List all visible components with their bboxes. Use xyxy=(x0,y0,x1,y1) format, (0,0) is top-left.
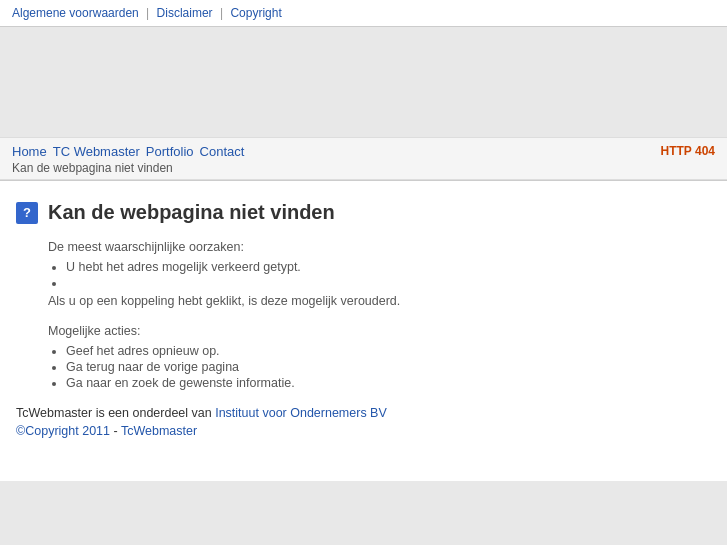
error-header: ? Kan de webpagina niet vinden xyxy=(16,201,707,224)
causes-list: U hebt het adres mogelijk verkeerd getyp… xyxy=(66,260,707,290)
nav-tc-webmaster[interactable]: TC Webmaster xyxy=(53,144,140,159)
separator-2: | xyxy=(220,6,223,20)
cause-item-1 xyxy=(66,276,707,290)
footer-dash: - xyxy=(113,424,120,438)
breadcrumb: Kan de webpagina niet vinden xyxy=(12,161,244,175)
actions-list: Geef het adres opnieuw op. Ga terug naar… xyxy=(66,344,707,390)
nav-row: Home TC Webmaster Portfolio Contact Kan … xyxy=(12,144,715,175)
footer-text: TcWebmaster is een onderdeel van Institu… xyxy=(16,406,707,420)
cause-item-0: U hebt het adres mogelijk verkeerd getyp… xyxy=(66,260,707,274)
nav-links: Home TC Webmaster Portfolio Contact xyxy=(12,144,244,159)
nav-algemene-voorwaarden[interactable]: Algemene voorwaarden xyxy=(12,6,139,20)
causes-extra: Als u op een koppeling hebt geklikt, is … xyxy=(48,294,707,308)
nav-portfolio[interactable]: Portfolio xyxy=(146,144,194,159)
nav-bar: Home TC Webmaster Portfolio Contact Kan … xyxy=(0,137,727,180)
nav-home[interactable]: Home xyxy=(12,144,47,159)
footer-links: ©Copyright 2011 - TcWebmaster xyxy=(16,424,707,438)
footer-institute-link[interactable]: Instituut voor Ondernemers BV xyxy=(215,406,387,420)
action-item-0: Geef het adres opnieuw op. xyxy=(66,344,707,358)
nav-left: Home TC Webmaster Portfolio Contact Kan … xyxy=(12,144,244,175)
http-error-badge: HTTP 404 xyxy=(661,144,715,158)
actions-section: Mogelijke acties: Geef het adres opnieuw… xyxy=(48,324,707,390)
separator-1: | xyxy=(146,6,149,20)
footer-copyright-link[interactable]: ©Copyright 2011 xyxy=(16,424,110,438)
main-content: ? Kan de webpagina niet vinden De meest … xyxy=(0,181,727,481)
actions-label: Mogelijke acties: xyxy=(48,324,707,338)
footer-webmaster-link[interactable]: TcWebmaster xyxy=(121,424,197,438)
action-item-2: Ga naar en zoek de gewenste informatie. xyxy=(66,376,707,390)
action-item-1: Ga terug naar de vorige pagina xyxy=(66,360,707,374)
causes-section: De meest waarschijnlijke oorzaken: U heb… xyxy=(48,240,707,308)
top-bar: Algemene voorwaarden | Disclaimer | Copy… xyxy=(0,0,727,27)
error-icon: ? xyxy=(16,202,38,224)
spacer-area xyxy=(0,27,727,137)
error-title: Kan de webpagina niet vinden xyxy=(48,201,335,224)
causes-label: De meest waarschijnlijke oorzaken: xyxy=(48,240,707,254)
nav-contact[interactable]: Contact xyxy=(200,144,245,159)
nav-copyright[interactable]: Copyright xyxy=(230,6,281,20)
http-error-text: HTTP 404 xyxy=(661,144,715,158)
footer-prefix: TcWebmaster is een onderdeel van xyxy=(16,406,215,420)
nav-disclaimer[interactable]: Disclaimer xyxy=(157,6,213,20)
